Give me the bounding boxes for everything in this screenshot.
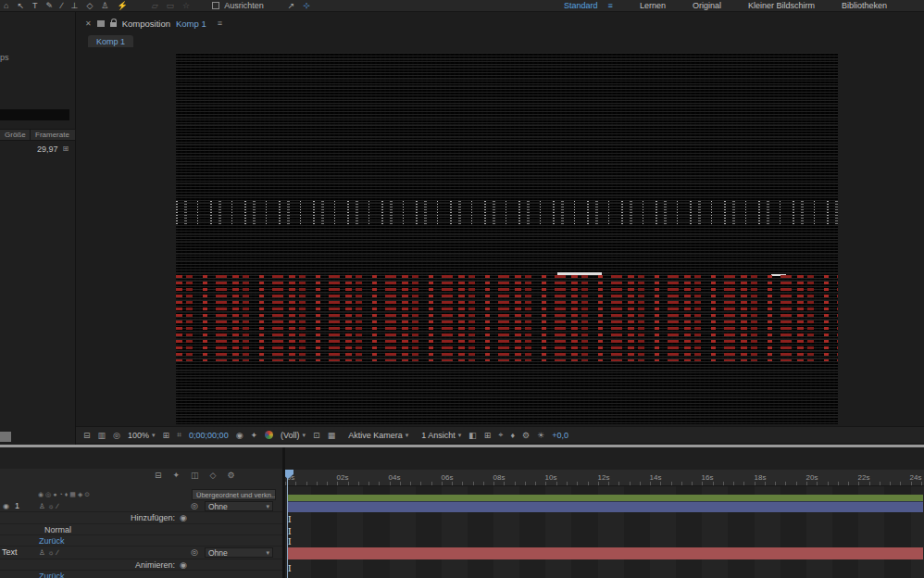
parent-link-header-label: Übergeordnet und verkn... [196,491,276,499]
project-column-headers: Größe Framerate [0,129,76,141]
text-parent-dropdown[interactable]: Ohne ▾ [205,547,273,558]
puppet-tool-icon[interactable]: ♙ [101,0,108,12]
layer-eye-icon[interactable]: ◉ [3,502,9,510]
close-tab-icon[interactable]: ✕ [85,19,92,28]
column-size[interactable]: Größe [0,130,31,140]
text-property-row[interactable]: Text ♙ ☼ ∕ ◎ Ohne ▾ [0,547,282,559]
timeline-header-strip [0,447,282,469]
animate-button[interactable]: ◉ [180,560,187,570]
comp-nav-tab[interactable]: Komp 1 [88,35,133,47]
snapshot-icon[interactable]: ◉ [236,431,243,440]
workspace-menu-icon[interactable]: ≡ [608,1,613,10]
project-item-values[interactable]: 29,97 ⊞ [0,143,76,155]
frame-blend-icon[interactable]: ◇ [210,471,217,480]
text-cursor-icon: I [288,528,292,536]
project-item-row[interactable] [0,109,69,120]
exposure-reset-icon[interactable]: ☀ [537,431,544,440]
comp-mini-flowchart-icon[interactable]: ⊟ [155,471,162,480]
grid-guides-icon[interactable]: ⊞ [162,431,169,440]
draft3d-icon[interactable]: ✦ [173,471,181,480]
shy-icon[interactable]: ♦ [65,491,69,498]
rotate-tool-icon[interactable]: ⊥ [71,0,79,12]
rasterize-switch-icon[interactable]: ☼ [48,502,55,510]
layer-bar-green[interactable] [288,495,923,501]
eye-icon[interactable]: ◉ [38,491,44,498]
rasterize-icon[interactable]: ▦ [69,491,76,498]
ausrichten-toggle[interactable]: Ausrichten [212,1,264,10]
audio-icon[interactable]: ◎ [45,491,51,498]
home-icon[interactable]: ⌂ [4,0,8,12]
chevron-down-icon: ▾ [458,432,462,439]
pen-tool-icon[interactable]: ✎ [45,0,53,12]
pixel-aspect-icon[interactable]: ⊞ [484,431,492,440]
parent-link-header[interactable]: Übergeordnet und verkn... [192,489,276,500]
solo-icon[interactable]: ● [53,491,56,498]
camera-view-dropdown[interactable]: Aktive Kamera ▾ [348,431,408,440]
tool-options-strip: ▱ ▭ ☆ [152,0,191,12]
shy-toggle-icon[interactable]: ◫ [191,471,199,480]
always-preview-icon[interactable]: ⊟ [83,431,91,440]
fast-previews-icon[interactable]: ⚙ [522,431,530,440]
screen-icon[interactable]: ▥ [98,431,106,440]
workspace-tab-lernen[interactable]: Lernen [640,1,666,10]
add-animator-button[interactable]: ◉ [180,513,187,522]
lock-icon [110,22,117,27]
scrollbar-thumb[interactable] [0,432,11,442]
shy-switch-icon[interactable]: ♙ [39,548,45,557]
checkbox-icon[interactable] [212,2,219,9]
selection-tool-icon[interactable]: ↖ [17,0,24,12]
layer-bar-red[interactable] [288,547,923,559]
blend-mode-value[interactable]: Normal [44,525,71,534]
add-animator-row: Hinzufügen: ◉ [0,512,282,524]
current-time-display[interactable]: 0;00;00;00 [189,431,229,440]
shy-switch-icon[interactable]: ♙ [39,502,45,510]
zurueck-link-2[interactable]: Zurück [39,572,65,578]
crosshair-icon[interactable]: ⊹ [303,0,310,12]
roi-icon[interactable]: ⊡ [313,431,320,440]
panel-menu-icon[interactable]: ≡ [218,19,222,28]
layer-row[interactable]: ◉ 1 ♙ ☼ ∕ ◎ Ohne ▾ [0,500,282,512]
target-icon[interactable]: ⌖ [498,430,503,440]
quality-switch-icon[interactable]: ∕ [57,502,58,510]
text-switches: ♙ ☼ ∕ [39,548,58,557]
expand-icon[interactable]: ↗ [288,0,295,12]
fx-icon[interactable]: ⊙ [84,491,90,498]
ruler-label: 16s [702,473,714,482]
workspace-tab-standard[interactable]: Standard [564,1,598,10]
graph-icon[interactable]: ♦ [510,431,515,440]
text-tool-icon[interactable]: T [32,0,38,12]
composition-viewer[interactable] [176,53,838,424]
view-count-dropdown[interactable]: 1 Ansicht ▾ [421,431,461,440]
text-cursor-icon: I [288,516,292,524]
parent-dropdown[interactable]: Ohne ▾ [205,501,273,511]
zurueck-link[interactable]: Zurück [39,536,65,546]
quality-switch-icon[interactable]: ∕ [57,548,58,557]
view-layout-icon[interactable]: ◧ [468,431,477,440]
timeline-track-area[interactable]: 0s 02s 04s 06s 08s 10s 12s 14s 16s 18s 2… [285,447,924,578]
pickwhip-icon[interactable]: ◎ [191,501,198,510]
resolution-dropdown[interactable]: (Voll) ▾ [281,431,306,440]
lock-column-icon[interactable]: ◔ [58,491,62,498]
workspace-tab-kleiner-bildschirm[interactable]: Kleiner Bildschirm [748,1,815,10]
view-options-icon[interactable]: ◎ [113,431,120,440]
column-framerate[interactable]: Framerate [31,130,76,140]
motion-blur-icon[interactable]: ⚙ [228,471,235,480]
mask-tool-icon[interactable]: ∕ [61,0,63,12]
quality-icon[interactable]: ◈ [78,491,82,498]
workspace-tab-bibliotheken[interactable]: Bibliotheken [842,1,887,10]
pickwhip-icon[interactable]: ◎ [191,547,198,557]
magnification-dropdown[interactable]: 100% ▾ [128,431,156,440]
show-snapshot-icon[interactable]: ✦ [251,431,258,440]
shape-tool-icon[interactable]: ◇ [86,0,93,12]
channel-swatch-icon[interactable] [265,431,273,439]
exposure-value[interactable]: +0,0 [552,431,568,440]
layer-bar-blue[interactable] [288,501,923,512]
transparency-grid-icon[interactable]: ▦ [328,431,336,440]
time-ruler[interactable]: 0s 02s 04s 06s 08s 10s 12s 14s 16s 18s 2… [285,470,924,486]
ruler-ticks [285,482,924,485]
comp-panel-tabbar: ✕ Komposition Komp 1 ≡ [76,12,924,34]
roto-brush-icon[interactable]: ⚡ [117,0,127,12]
rasterize-switch-icon[interactable]: ☼ [48,548,55,557]
workspace-tab-original[interactable]: Original [693,1,721,10]
mask-visibility-icon[interactable]: ⌗ [177,430,181,440]
